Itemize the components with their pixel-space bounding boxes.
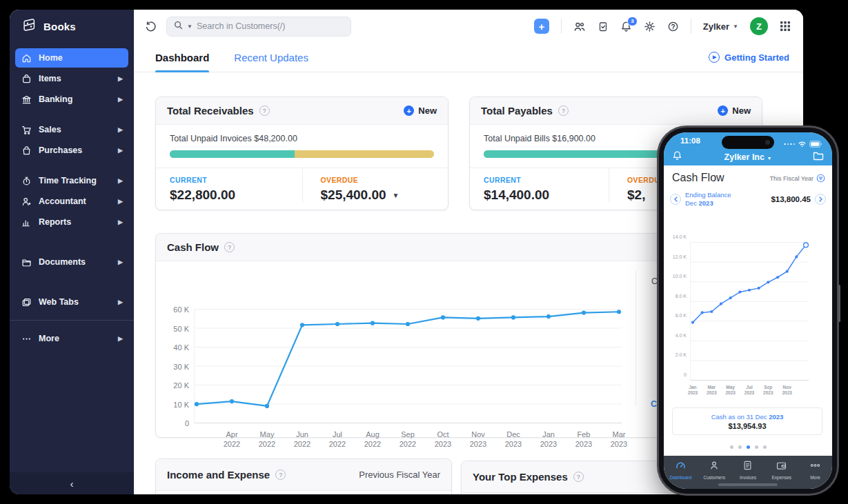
getting-started-label: Getting Started <box>724 52 789 63</box>
page-dot-active[interactable] <box>747 445 750 449</box>
phone-x-axis: Jan2023Mar2023May2023Jul2023Sep2023Nov20… <box>690 385 809 399</box>
phone-org-selector[interactable]: Zylker Inc ▼ <box>664 152 832 162</box>
sidebar-item-label: Home <box>39 53 63 63</box>
phone-nav-label: Expenses <box>772 475 792 480</box>
page-dot[interactable] <box>755 445 758 449</box>
sidebar-item-more[interactable]: More▶ <box>15 329 128 348</box>
current-amount: $22,800.00 <box>170 188 302 203</box>
previous-month-button[interactable] <box>670 194 681 205</box>
tab-dashboard[interactable]: Dashboard <box>155 43 209 72</box>
notifications-bell-icon[interactable]: 3 <box>620 21 632 32</box>
search-input[interactable] <box>197 21 344 31</box>
page-dot[interactable] <box>763 445 767 449</box>
overdue-dropdown-caret-icon[interactable]: ▼ <box>393 192 400 199</box>
next-month-button[interactable] <box>815 194 826 205</box>
help-circle-icon[interactable]: ? <box>558 105 569 116</box>
help-circle-icon[interactable]: ? <box>259 105 270 116</box>
x-axis-tick-label: Jan2023 <box>682 385 703 396</box>
ending-balance-label: Ending Balance Dec 2023 <box>685 191 731 207</box>
phone-nav-label: Dashboard <box>669 475 691 480</box>
new-bill-button[interactable]: + New <box>718 105 751 116</box>
screenshot-stage: Books HomeItems▶Banking▶Sales▶Purchases▶… <box>0 0 848 504</box>
help-icon[interactable] <box>667 21 679 32</box>
help-circle-icon[interactable]: ? <box>573 472 584 482</box>
sidebar-item-label: Web Tabs <box>39 297 79 307</box>
brand-name: Books <box>43 21 76 32</box>
user-avatar[interactable]: Z <box>750 17 768 35</box>
sidebar-nav: HomeItems▶Banking▶Sales▶Purchases▶Time T… <box>10 48 134 348</box>
x-axis-tick-label: Nov2023 <box>462 430 495 449</box>
phone-screen: 11:08 <box>664 132 832 489</box>
search-scope-caret-icon[interactable]: ▼ <box>187 23 193 30</box>
y-axis-tick-label: 50 K <box>156 325 189 333</box>
app-logo[interactable]: Books <box>10 10 134 43</box>
sidebar-item-home[interactable]: Home <box>15 48 128 68</box>
referral-users-icon[interactable] <box>573 21 586 32</box>
sidebar-item-banking[interactable]: Banking▶ <box>15 90 128 109</box>
current-label: CURRENT <box>484 176 615 184</box>
recent-history-icon[interactable] <box>145 21 157 32</box>
apps-grid-icon[interactable] <box>780 21 791 32</box>
phone-period-filter[interactable]: This Fiscal Year <box>769 174 825 183</box>
page-indicator-dots <box>664 445 832 449</box>
chevron-right-icon: ▶ <box>118 126 123 133</box>
sidebar-item-reports[interactable]: Reports▶ <box>15 212 128 232</box>
new-invoice-button[interactable]: + New <box>404 105 437 116</box>
y-axis-tick-label: 12.0 K <box>667 254 687 259</box>
sidebar-item-label: More <box>39 334 59 343</box>
current-portion <box>170 150 295 158</box>
phone-nav-dashboard[interactable]: Dashboard <box>664 461 698 489</box>
page-dot[interactable] <box>730 445 733 449</box>
phone-mockup: 11:08 <box>659 128 837 494</box>
panel-divider <box>635 271 636 406</box>
cash-as-on-caption: Cash as on 31 Dec 2023 <box>711 413 784 421</box>
org-selector[interactable]: Zylker ▼ <box>703 21 738 32</box>
help-circle-icon[interactable]: ? <box>275 470 286 480</box>
customers-icon <box>709 461 719 473</box>
new-label: New <box>732 105 751 116</box>
phone-nav-label: Customers <box>703 475 724 480</box>
page-dot[interactable] <box>738 445 742 449</box>
tab-row: Dashboard Recent Updates ▶ Getting Start… <box>134 43 803 72</box>
quick-create-button[interactable]: + <box>534 19 549 34</box>
getting-started-link[interactable]: ▶ Getting Started <box>709 52 789 63</box>
dashboard-icon <box>676 461 686 473</box>
total-receivables-card: Total Receivables ? + New Total Unpaid I… <box>155 97 448 210</box>
fiscal-year-filter[interactable]: Previous Fiscal Year <box>359 470 440 480</box>
books-logo-icon <box>22 17 37 35</box>
y-axis-tick-label: 0 <box>156 419 189 427</box>
tab-recent-updates[interactable]: Recent Updates <box>234 43 308 72</box>
invoices-icon <box>743 461 752 473</box>
fiscal-year-dropdown-clipped[interactable]: C <box>651 276 658 286</box>
collapse-chevron-icon: ‹ <box>70 478 74 490</box>
settings-gear-icon[interactable] <box>644 21 655 32</box>
x-axis-tick-label: Oct2023 <box>426 430 460 449</box>
sidebar-item-purchases[interactable]: Purchases▶ <box>15 141 128 160</box>
help-circle-icon[interactable]: ? <box>224 242 235 252</box>
web-tabs-icon <box>21 296 32 308</box>
y-axis-tick-label: 20 K <box>156 381 189 390</box>
time-tracking-icon <box>21 175 32 186</box>
sidebar-collapse-button[interactable]: ‹ <box>10 472 134 494</box>
chevron-right-icon: ▶ <box>118 335 123 342</box>
global-search[interactable]: ▼ <box>166 17 351 37</box>
x-axis-tick-label: Jul2023 <box>739 385 760 396</box>
sidebar-item-items[interactable]: Items▶ <box>15 69 128 88</box>
sidebar-item-documents[interactable]: Documents▶ <box>15 252 128 272</box>
play-icon: ▶ <box>709 52 720 63</box>
org-name-label: Zylker <box>703 21 729 32</box>
sidebar-item-web-tabs[interactable]: Web Tabs▶ <box>15 292 128 312</box>
card-title: Income and Expense <box>167 469 270 481</box>
sidebar-item-sales[interactable]: Sales▶ <box>15 120 128 139</box>
cash-summary-box: Cash as on 31 Dec 2023 $13,954.93 <box>672 407 822 435</box>
sidebar-item-accountant[interactable]: Accountant▶ <box>15 192 128 211</box>
home-icon <box>21 52 32 63</box>
chevron-right-icon: ▶ <box>118 219 123 225</box>
income-expense-card: Income and Expense ? Previous Fiscal Yea… <box>155 458 452 494</box>
sidebar-item-time-tracking[interactable]: Time Tracking▶ <box>15 171 128 190</box>
chevron-right-icon: ▶ <box>118 299 123 305</box>
phone-nav-more[interactable]: More <box>798 461 832 489</box>
y-axis-tick-label: 2.0 K <box>667 352 687 357</box>
new-label: New <box>418 105 437 116</box>
subscription-clipboard-icon[interactable] <box>598 21 609 32</box>
